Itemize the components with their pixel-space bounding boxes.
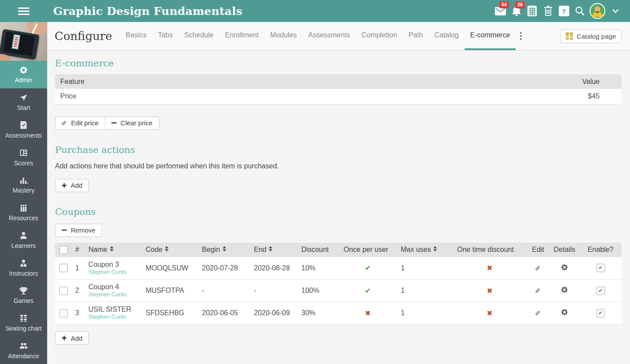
sidebar-item-seating-chart[interactable]: Seating chart [0, 309, 47, 337]
course-title: Graphic Design Fundamentals [53, 5, 242, 18]
edit-pencil-icon[interactable]: ✎ [534, 265, 542, 271]
add-coupon-button[interactable]: ✚ Add [55, 331, 89, 345]
coupon-enable-checkbox[interactable] [597, 287, 605, 295]
cross-icon: ✖ [487, 264, 492, 272]
add-coupon-label: Add [71, 335, 83, 342]
sidebar-item-assessments[interactable]: Assessments [0, 116, 47, 143]
col-code[interactable]: Code [141, 243, 198, 257]
chevron-down-icon[interactable] [609, 4, 621, 18]
coupon-begin: 2020-06-05 [198, 302, 249, 324]
coupon-one-time-discount: ✖ [453, 280, 527, 302]
person-icon [19, 231, 29, 240]
tab-tabs[interactable]: Tabs [152, 22, 179, 50]
tab-path[interactable]: Path [403, 22, 429, 50]
coupon-end: 2020-08-28 [249, 257, 297, 280]
check-icon: ✔ [365, 287, 370, 295]
sidebar: AdminStartAssessmentsScoresMasteryResour… [0, 22, 47, 364]
tab-modules[interactable]: Modules [264, 22, 302, 50]
details-gear-icon[interactable] [560, 286, 568, 295]
tab-enrollment[interactable]: Enrollment [219, 22, 264, 50]
select-all-checkbox[interactable] [59, 246, 68, 254]
search-icon[interactable] [574, 4, 586, 18]
cross-icon: ✖ [487, 287, 492, 295]
tab-schedule[interactable]: Schedule [179, 22, 220, 50]
tab-basics[interactable]: Basics [120, 22, 152, 50]
add-purchase-action-label: Add [71, 182, 83, 189]
col-begin[interactable]: Begin [198, 243, 249, 257]
col-edit: Edit [527, 243, 549, 257]
sort-icon [433, 246, 437, 251]
details-gear-icon[interactable] [560, 263, 568, 273]
topbar: Graphic Design Fundamentals 54 28 ? [0, 0, 630, 22]
sidebar-item-games[interactable]: Games [0, 281, 47, 309]
sidebar-item-label: Attendance [8, 353, 39, 360]
sidebar-item-label: Start [17, 105, 30, 111]
remove-coupons-button[interactable]: Remove [55, 224, 102, 237]
sidebar-item-instructors[interactable]: Instructors [0, 254, 47, 281]
coupon-enable-checkbox[interactable] [597, 264, 605, 272]
sidebar-item-mastery[interactable]: Mastery [0, 171, 47, 199]
coupon-enable-checkbox[interactable] [597, 309, 605, 317]
coupon-begin: 2020-07-28 [198, 257, 249, 280]
cross-icon: ✖ [365, 309, 370, 317]
col-max-uses[interactable]: Max uses [396, 243, 453, 257]
add-purchase-action-button[interactable]: ✚ Add [55, 179, 89, 192]
sidebar-item-scores[interactable]: Scores [0, 143, 47, 171]
send-icon [19, 93, 29, 102]
sidebar-item-resources[interactable]: Resources [0, 199, 47, 226]
tab-assessments[interactable]: Assessments [302, 22, 355, 50]
details-gear-icon[interactable] [560, 308, 568, 318]
clear-price-button[interactable]: Clear price [105, 117, 159, 129]
coupon-max-uses: 1 [396, 302, 453, 324]
coupon-discount: 30% [297, 302, 339, 324]
coupon-one-time-discount: ✖ [453, 257, 527, 280]
tab-bar: BasicsTabsScheduleEnrollmentModulesAsses… [120, 22, 516, 50]
sidebar-item-attendance[interactable]: Attendance [0, 336, 47, 364]
coupon-code: SFDSEHBG [141, 302, 198, 324]
more-tabs-kebab-icon[interactable] [516, 22, 526, 50]
coupon-name: Coupon 3 [88, 261, 141, 269]
edit-price-button[interactable]: ✎ Edit price [55, 117, 105, 129]
sidebar-item-label: Learners [11, 243, 36, 249]
coupon-owner-link[interactable]: Stephen Curtis [88, 291, 141, 298]
coupon-number: 1 [71, 257, 84, 280]
avatar[interactable] [590, 3, 605, 19]
pencil-icon: ✎ [60, 120, 68, 126]
row-select-checkbox[interactable] [59, 287, 68, 295]
coupon-discount: 100% [297, 280, 339, 302]
tab-completion[interactable]: Completion [356, 22, 403, 50]
plus-icon: ✚ [62, 335, 67, 342]
trash-icon[interactable] [542, 4, 554, 18]
gradebook-grid-icon[interactable] [526, 4, 538, 18]
col-details: Details [549, 243, 579, 257]
coupons-tbody: 1Coupon 3Stephen CurtisMOOQLSUW2020-07-2… [55, 257, 622, 324]
coupon-row: 2Coupon 4Stephen CurtisMUSFOTPA--100%✔1✖… [55, 280, 622, 302]
coupon-owner-link[interactable]: Stephen Curtis [88, 313, 141, 320]
sidebar-item-label: Assessments [5, 132, 42, 139]
page-header: Configure BasicsTabsScheduleEnrollmentMo… [48, 22, 630, 51]
notifications-icon[interactable]: 28 [510, 4, 522, 18]
hamburger-menu-icon[interactable] [0, 7, 47, 15]
help-icon[interactable]: ? [558, 4, 570, 18]
col-name[interactable]: Name [84, 243, 141, 257]
coupon-max-uses: 1 [396, 280, 453, 302]
edit-pencil-icon[interactable]: ✎ [534, 288, 542, 294]
coupon-code: MOOQLSUW [141, 257, 198, 280]
row-select-checkbox[interactable] [59, 309, 68, 317]
row-select-checkbox[interactable] [59, 264, 68, 272]
feature-row: Price $45 [55, 89, 622, 104]
coupons-header-row: # Name Code Begin End Discount Once per … [55, 243, 622, 257]
remove-coupons-label: Remove [71, 226, 95, 234]
course-cover-image[interactable] [0, 22, 47, 61]
messages-icon[interactable]: 54 [494, 4, 506, 18]
cross-icon: ✖ [487, 309, 492, 317]
catalog-page-button[interactable]: Catalog page [560, 29, 622, 43]
sidebar-item-start[interactable]: Start [0, 88, 47, 116]
coupon-owner-link[interactable]: Stephen Curtis [88, 269, 141, 276]
edit-pencil-icon[interactable]: ✎ [534, 310, 542, 316]
tab-e-commerce[interactable]: E-commerce [465, 22, 516, 50]
tab-catalog[interactable]: Catalog [429, 22, 464, 50]
sidebar-item-admin[interactable]: Admin [0, 61, 47, 88]
sidebar-item-learners[interactable]: Learners [0, 226, 47, 254]
col-end[interactable]: End [249, 243, 297, 257]
